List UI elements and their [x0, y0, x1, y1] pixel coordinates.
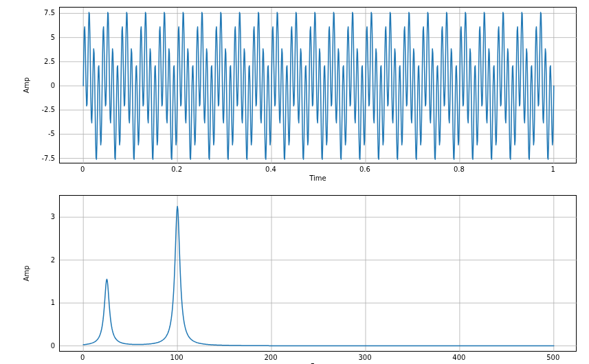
- axes-time-domain: [59, 7, 577, 163]
- xtick-label: 0: [80, 166, 85, 173]
- xtick-label: 500: [546, 354, 559, 361]
- xtick-label: 0.2: [171, 166, 182, 173]
- xtick-label: 1: [551, 166, 555, 173]
- axes-freq-domain: [59, 195, 577, 352]
- plot-time: [60, 8, 577, 164]
- ytick-label: -2.5: [41, 106, 55, 113]
- ytick-label: 5: [51, 33, 55, 41]
- ytick-label: 3: [51, 213, 55, 220]
- ytick-label: 1: [51, 299, 55, 306]
- plot-freq: [60, 196, 577, 352]
- xtick-label: 0: [80, 354, 85, 361]
- xtick-label: 400: [452, 354, 465, 361]
- xtick-label: 0.8: [454, 166, 465, 173]
- xtick-label: 100: [170, 354, 184, 361]
- ytick-label: 2.5: [44, 57, 55, 65]
- ytick-label: -5: [48, 130, 55, 137]
- ylabel-top: Amp: [23, 78, 30, 93]
- ytick-label: 0: [51, 341, 55, 349]
- ytick-label: 7.5: [44, 9, 55, 16]
- ytick-label: -7.5: [41, 154, 55, 161]
- xtick-label: 300: [358, 354, 371, 361]
- ytick-label: 0: [51, 82, 55, 89]
- line-spectrum: [83, 206, 554, 345]
- xtick-label: 0.6: [359, 166, 370, 173]
- ytick-label: 2: [51, 255, 55, 263]
- xtick-label: 0.4: [265, 166, 276, 173]
- xlabel-top: Time: [309, 174, 326, 182]
- xtick-label: 200: [264, 354, 277, 361]
- figure: 00.20.40.60.81-7.5-5-2.502.557.5 Time Am…: [0, 0, 589, 364]
- grid-bottom: [60, 196, 577, 352]
- ylabel-bottom: Amp: [23, 266, 30, 282]
- line-time-signal: [83, 12, 554, 159]
